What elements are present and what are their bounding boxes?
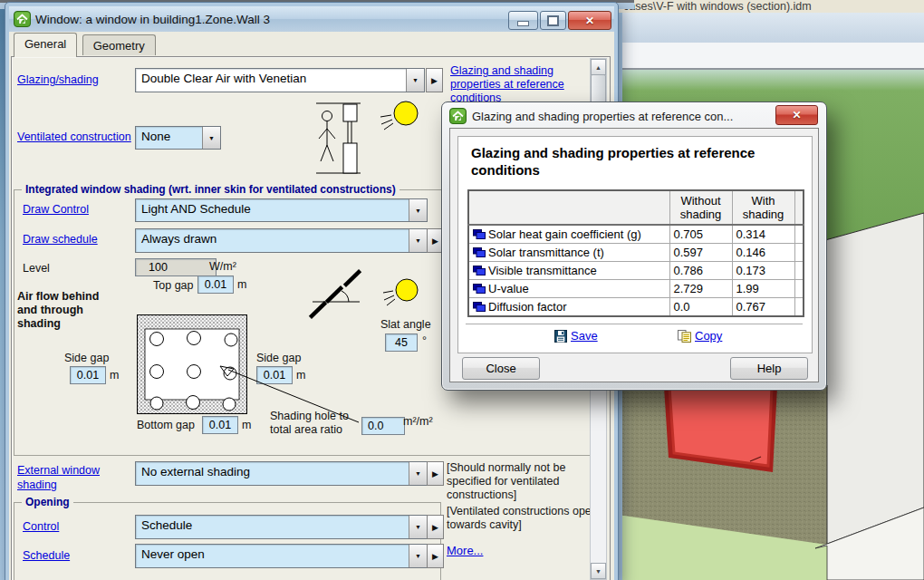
external-shading-select[interactable]: No external shading ▼ xyxy=(135,461,428,486)
opening-schedule-open-button[interactable]: ▶ xyxy=(427,544,444,568)
level-label: Level xyxy=(23,262,50,275)
popup-help-button[interactable]: Help xyxy=(730,357,808,380)
glazing-shading-link[interactable]: Glazing/shading xyxy=(17,73,99,86)
dropdown-arrow-icon: ▼ xyxy=(406,69,424,92)
copy-link-group[interactable]: Copy xyxy=(678,329,722,343)
table-row[interactable]: U-value 2.729 1.99 xyxy=(468,280,804,298)
background-toolbar xyxy=(618,13,924,44)
popup-titlebar[interactable]: Glazing and shading properties at refere… xyxy=(449,106,772,126)
dialog-titlebar[interactable]: Window: a window in building1.Zone.Wall … xyxy=(9,6,614,32)
close-button[interactable]: ✕ xyxy=(568,11,611,30)
level-unit: W/m² xyxy=(209,260,236,273)
dropdown-arrow-icon: ▼ xyxy=(409,462,427,485)
header-without-shading: Without shading xyxy=(669,190,732,225)
copy-icon xyxy=(678,330,691,343)
app-house-icon xyxy=(449,108,467,124)
separator xyxy=(466,324,803,327)
parameter-icon xyxy=(473,302,486,312)
save-link-group[interactable]: Save xyxy=(554,329,598,343)
close-icon: ✕ xyxy=(585,14,594,27)
popup-close-button[interactable]: ✕ xyxy=(775,105,818,125)
draw-schedule-select[interactable]: Always drawn ▼ xyxy=(135,228,428,253)
opening-control-select[interactable]: Schedule ▼ xyxy=(135,515,428,539)
air-flow-note: Air flow behind and through shading xyxy=(17,290,119,331)
opening-control-open-button[interactable]: ▶ xyxy=(427,515,444,539)
background-window-title: cases\V-F with windows (section).idm xyxy=(623,0,922,13)
popup-close-action-button[interactable]: Close xyxy=(462,357,540,380)
side-gap-left-label: Side gap xyxy=(64,352,109,364)
slat-angle-unit: ° xyxy=(422,334,427,347)
glazing-shading-select[interactable]: Double Clear Air with Venetian ▼ xyxy=(135,68,425,92)
parameter-icon xyxy=(473,284,486,294)
background-toolbar-row2 xyxy=(618,43,924,70)
external-shading-note: [Should normally not be specified for ve… xyxy=(447,461,599,502)
save-link[interactable]: Save xyxy=(571,329,598,343)
ventilated-construction-link[interactable]: Ventilated construction xyxy=(17,130,131,143)
dropdown-arrow-icon: ▼ xyxy=(409,229,427,252)
parameter-icon xyxy=(473,247,486,257)
opening-group-title: Opening xyxy=(22,496,73,508)
parameter-icon xyxy=(473,266,486,276)
opening-note: [Ventilated constructions open towards c… xyxy=(447,505,602,532)
dropdown-arrow-icon: ▼ xyxy=(409,199,427,221)
dropdown-arrow-icon: ▼ xyxy=(202,127,220,149)
building-gable-wall xyxy=(815,213,924,548)
draw-control-select[interactable]: Light AND Schedule ▼ xyxy=(135,198,428,222)
hole-ratio-label: Shading hole to total area ratio xyxy=(270,410,368,437)
maximize-button[interactable] xyxy=(540,11,566,30)
side-gap-left-unit: m xyxy=(110,369,119,382)
minimize-icon xyxy=(517,21,529,26)
top-gap-unit: m xyxy=(237,278,246,291)
table-row[interactable]: Solar transmittance (t) 0.597 0.146 xyxy=(468,244,804,262)
parameter-icon xyxy=(473,229,486,239)
table-row[interactable]: Diffusion factor 0.0 0.767 xyxy=(468,298,804,317)
dialog-title: Window: a window in building1.Zone.Wall … xyxy=(35,13,270,26)
ventilated-construction-select[interactable]: None ▼ xyxy=(135,126,221,150)
sun-icon xyxy=(383,279,418,305)
opening-schedule-link[interactable]: Schedule xyxy=(23,549,70,562)
draw-schedule-link[interactable]: Draw schedule xyxy=(23,233,98,246)
bottom-gap-label: Bottom gap xyxy=(137,419,195,431)
opening-control-link[interactable]: Control xyxy=(23,520,59,533)
scroll-up-button[interactable]: ▲ xyxy=(591,59,606,75)
level-field[interactable] xyxy=(135,258,217,276)
external-shading-link[interactable]: External window shading xyxy=(17,463,119,492)
screen: cases\V-F with windows (section).idm xyxy=(0,0,924,580)
glazing-open-resource-button[interactable]: ▶ xyxy=(426,68,443,92)
hole-ratio-unit: m²/m² xyxy=(403,415,433,428)
header-with-shading: With shading xyxy=(732,190,794,225)
draw-control-link[interactable]: Draw Control xyxy=(23,203,89,216)
glazing-properties-link[interactable]: Glazing and shading properties at refere… xyxy=(450,64,590,105)
opening-group: Opening xyxy=(14,502,441,580)
copy-link[interactable]: Copy xyxy=(695,329,722,343)
dropdown-arrow-icon: ▼ xyxy=(409,516,427,538)
header-empty xyxy=(468,190,669,225)
top-gap-field[interactable] xyxy=(197,276,234,294)
external-shading-open-button[interactable]: ▶ xyxy=(427,461,444,486)
side-gap-left-field[interactable] xyxy=(70,366,106,384)
dropdown-arrow-icon: ▼ xyxy=(409,545,427,567)
popup-report-area: Glazing and shading properties at refere… xyxy=(457,136,813,353)
close-icon: ✕ xyxy=(792,109,801,121)
glazing-properties-dialog: Glazing and shading properties at refere… xyxy=(441,102,827,391)
opening-schedule-select[interactable]: Never open ▼ xyxy=(135,544,428,568)
scroll-down-button[interactable]: ▼ xyxy=(591,563,606,579)
properties-table: Without shading With shading Solar heat … xyxy=(467,189,804,317)
table-row[interactable]: Visible transmittance 0.786 0.173 xyxy=(468,262,804,280)
app-house-icon xyxy=(14,11,31,27)
slat-angle-field[interactable] xyxy=(385,334,418,352)
tab-geometry[interactable]: Geometry xyxy=(82,34,156,55)
top-gap-label: Top gap xyxy=(153,279,193,292)
table-row[interactable]: Solar heat gain coefficient (g) 0.705 0.… xyxy=(468,225,804,244)
more-link[interactable]: More... xyxy=(447,544,483,557)
tab-general[interactable]: General xyxy=(14,33,77,57)
save-icon xyxy=(554,330,567,343)
sun-icon xyxy=(380,102,418,130)
popup-title: Glazing and shading properties at refere… xyxy=(472,110,733,123)
maximize-icon xyxy=(547,15,559,26)
room-sun-illustration xyxy=(302,98,438,184)
red-window xyxy=(669,387,772,466)
minimize-button[interactable] xyxy=(508,11,538,30)
hole-ratio-field[interactable] xyxy=(361,417,405,435)
popup-content: Glazing and shading properties at refere… xyxy=(449,128,819,382)
